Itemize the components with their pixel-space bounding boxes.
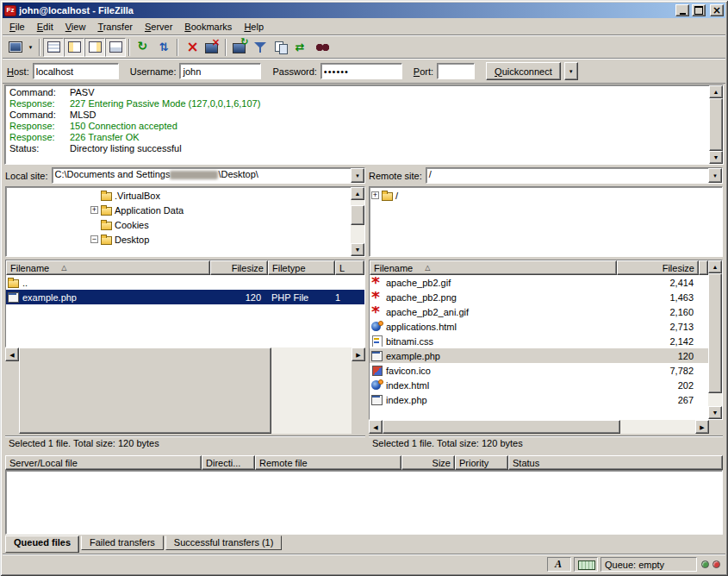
scroll-down-button[interactable] bbox=[351, 243, 364, 256]
scrollbar-thumb[interactable] bbox=[709, 98, 723, 151]
column-header[interactable]: Size bbox=[401, 455, 455, 470]
site-manager-dropdown-button[interactable] bbox=[25, 38, 36, 57]
toggle-message-log-button[interactable] bbox=[43, 38, 64, 57]
file-row[interactable]: bitnami.css 2,142 bbox=[370, 334, 708, 348]
password-input[interactable] bbox=[320, 63, 402, 79]
menu-item[interactable]: Help bbox=[238, 19, 270, 34]
file-row[interactable]: applications.html 2,713 bbox=[370, 319, 708, 334]
queue-tab[interactable]: Failed transfers bbox=[81, 535, 164, 550]
scrollbar-thumb[interactable] bbox=[351, 205, 364, 225]
remote-list-scrollbar[interactable] bbox=[708, 260, 722, 419]
scroll-left-button[interactable] bbox=[5, 347, 19, 361]
tree-item[interactable]: Cookies bbox=[8, 217, 349, 232]
file-row[interactable]: apache_pb2_ani.gif 2,160 bbox=[370, 304, 708, 319]
menu-item[interactable]: Server bbox=[139, 19, 178, 34]
queue-tab[interactable]: Successful transfers (1) bbox=[165, 535, 283, 550]
file-row[interactable]: example.php 120 PHP File 1 bbox=[6, 290, 364, 304]
column-header[interactable]: Status bbox=[508, 455, 723, 470]
scroll-up-button[interactable] bbox=[708, 260, 722, 273]
column-header[interactable]: Directi... bbox=[202, 455, 255, 470]
compare-button[interactable] bbox=[271, 38, 291, 57]
scroll-right-button[interactable] bbox=[352, 347, 365, 361]
remote-file-list[interactable]: apache_pb2.gif 2,414 apache_pb2.png 1,46… bbox=[370, 275, 708, 419]
tree-expander-icon[interactable]: + bbox=[371, 191, 379, 199]
remote-site-dropdown-button[interactable] bbox=[708, 168, 722, 183]
tree-expander-icon[interactable]: + bbox=[90, 206, 98, 214]
message-log-scrollbar[interactable] bbox=[709, 85, 723, 164]
file-row[interactable]: apache_pb2.gif 2,414 bbox=[370, 275, 708, 290]
quickconnect-button[interactable]: Quickconnect bbox=[486, 62, 561, 80]
scrollbar-thumb[interactable] bbox=[19, 347, 271, 434]
local-site-dropdown-button[interactable] bbox=[351, 168, 364, 183]
username-input[interactable] bbox=[179, 63, 261, 79]
remote-horizontal-scrollbar[interactable] bbox=[369, 420, 709, 434]
local-tree-scrollbar[interactable] bbox=[351, 187, 364, 256]
menu-item[interactable]: Transfer bbox=[91, 19, 139, 34]
remote-site-combobox[interactable]: / bbox=[426, 167, 723, 184]
minimize-button[interactable] bbox=[675, 4, 689, 16]
scroll-up-button[interactable] bbox=[709, 85, 723, 98]
process-queue-button[interactable] bbox=[153, 38, 174, 57]
column-header[interactable]: Filename bbox=[6, 260, 210, 275]
scrollbar-track[interactable] bbox=[709, 98, 723, 151]
column-header[interactable]: Filesize bbox=[617, 260, 699, 275]
file-row[interactable]: favicon.ico 7,782 bbox=[370, 363, 708, 378]
file-row[interactable]: .. bbox=[6, 275, 364, 290]
menu-item[interactable]: Edit bbox=[31, 19, 59, 34]
filezilla-app-icon[interactable] bbox=[4, 5, 16, 16]
menu-item[interactable]: View bbox=[59, 19, 92, 34]
sync-browse-button[interactable] bbox=[291, 38, 312, 57]
toggle-remote-tree-button[interactable] bbox=[84, 38, 105, 57]
tree-item[interactable]: − Desktop bbox=[8, 232, 349, 247]
scrollbar-track[interactable] bbox=[383, 420, 695, 434]
filter-button[interactable] bbox=[250, 38, 271, 57]
file-row[interactable]: index.html 202 bbox=[370, 378, 708, 392]
column-header[interactable]: Server/Local file bbox=[5, 455, 202, 470]
local-horizontal-scrollbar[interactable] bbox=[5, 347, 365, 434]
scrollbar-track[interactable] bbox=[19, 347, 352, 434]
local-site-combobox[interactable]: C:\Documents and Settings\Desktop\ bbox=[52, 167, 365, 184]
tree-expander-icon[interactable]: − bbox=[90, 235, 98, 243]
column-header[interactable]: Priority bbox=[455, 455, 508, 470]
local-file-list[interactable]: .. example.php 120 PHP File 1 bbox=[6, 275, 364, 347]
tree-item[interactable]: + Application Data bbox=[8, 203, 349, 217]
column-header[interactable]: Filesize bbox=[210, 260, 268, 275]
disconnect-button[interactable] bbox=[202, 38, 222, 57]
keyboard-indicator[interactable] bbox=[574, 557, 598, 572]
column-header[interactable]: L bbox=[335, 260, 364, 275]
host-input[interactable] bbox=[33, 63, 119, 79]
scroll-down-button[interactable] bbox=[709, 151, 723, 164]
refresh-button[interactable] bbox=[133, 38, 153, 57]
titlebar[interactable]: john@localhost - FileZilla bbox=[3, 3, 725, 18]
column-header[interactable]: Remote file bbox=[255, 455, 401, 470]
menu-item[interactable]: File bbox=[3, 19, 31, 34]
port-input[interactable] bbox=[437, 63, 475, 79]
ascii-type-indicator[interactable] bbox=[547, 557, 571, 572]
reconnect-button[interactable] bbox=[229, 38, 250, 57]
queue-list[interactable] bbox=[5, 470, 723, 535]
scroll-down-button[interactable] bbox=[708, 406, 722, 419]
column-header[interactable]: Filename bbox=[370, 260, 617, 275]
toggle-queue-button[interactable] bbox=[105, 38, 126, 57]
scrollbar-track[interactable] bbox=[351, 200, 364, 243]
tree-item[interactable]: + / bbox=[371, 188, 720, 203]
scroll-left-button[interactable] bbox=[369, 420, 383, 434]
maximize-button[interactable] bbox=[692, 4, 706, 16]
column-header[interactable]: Filetype bbox=[268, 260, 335, 275]
file-row[interactable]: index.php 267 bbox=[370, 392, 708, 407]
scroll-right-button[interactable] bbox=[695, 420, 709, 434]
scrollbar-thumb[interactable] bbox=[383, 420, 620, 434]
cancel-button[interactable] bbox=[181, 38, 202, 57]
tree-item[interactable]: .VirtualBox bbox=[8, 188, 349, 203]
scroll-up-button[interactable] bbox=[351, 187, 364, 200]
site-manager-button[interactable] bbox=[4, 38, 25, 57]
queue-tab[interactable]: Queued files bbox=[5, 535, 79, 553]
toggle-local-tree-button[interactable] bbox=[64, 38, 84, 57]
scrollbar-track[interactable] bbox=[708, 273, 722, 406]
file-row[interactable]: apache_pb2.png 1,463 bbox=[370, 290, 708, 304]
scrollbar-thumb[interactable] bbox=[708, 273, 722, 393]
find-button[interactable] bbox=[312, 38, 333, 57]
file-row[interactable]: example.php 120 bbox=[370, 348, 708, 363]
quickconnect-dropdown-button[interactable] bbox=[564, 62, 578, 80]
close-button[interactable] bbox=[710, 4, 724, 16]
